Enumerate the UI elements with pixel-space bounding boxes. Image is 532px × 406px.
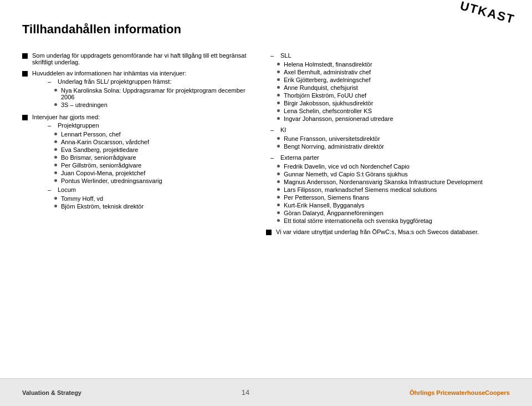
circle-icon (277, 219, 280, 222)
item-text: Gunnar Nemeth, vd Capio S:t Görans sjukh… (284, 171, 408, 177)
main-info-bullet: Huvuddelen av informationen har inhämtas… (22, 70, 255, 109)
list-item: Pontus Werlinder, utredningsansvarig (54, 177, 255, 184)
list-item: Erik Gjötterberg, avdelningschef (277, 77, 510, 83)
projektgruppen-section: – Projektgruppen Lennart Persson, chef A… (43, 122, 255, 210)
underlag-dash: – Underlag från SLL/ projektgruppen främ… (48, 78, 255, 85)
projektgruppen-label: Projektgruppen (58, 122, 99, 129)
square-bullet-icon-2 (22, 71, 28, 77)
item-text: Anne Rundquist, chefsjurist (284, 84, 358, 91)
item-text: Ett tiotal större internationella och sv… (284, 217, 432, 224)
list-item: Axel Bernhult, administrativ chef (277, 69, 510, 75)
dash-icon-3: – (48, 186, 54, 193)
item-text: Lars Filipsson, marknadschef Siemens med… (284, 186, 437, 193)
item-text: Kurt-Erik Hansell, Bygganalys (284, 202, 365, 209)
list-item: Kurt-Erik Hansell, Bygganalys (277, 202, 510, 209)
item-text: Göran Dalaryd, Ångpanneföreningen (284, 210, 383, 216)
interview-label-text: Intervjuer har gjorts med: (32, 114, 255, 120)
item-text: Nya Karolinska Solna: Uppdragsramar för … (61, 87, 255, 100)
circle-icon (277, 165, 280, 168)
footer-right: Öhrlings PricewaterhouseCoopers (410, 389, 510, 396)
list-item: Juan Copovi-Mena, projektchef (54, 170, 255, 176)
list-item: Bo Brismar, seniorrådgivare (54, 154, 255, 161)
sll-items: Helena Holmstedt, finansdirektör Axel Be… (277, 61, 510, 122)
projektgruppen-items: Lennart Persson, chef Anna-Karin Oscarss… (54, 131, 255, 184)
circle-icon (54, 171, 57, 174)
circle-icon (54, 148, 57, 151)
circle-icon (277, 204, 280, 206)
list-item: Lars Filipsson, marknadschef Siemens med… (277, 186, 510, 193)
dash-icon-1: – (48, 78, 54, 85)
list-item: Ett tiotal större internationella och sv… (277, 217, 510, 224)
page-container: UTKAST Tillhandahållen information Som u… (0, 0, 532, 406)
item-text: Bo Brismar, seniorrådgivare (61, 154, 136, 161)
circle-icon (54, 156, 57, 159)
list-item: 3S – utredningen (54, 101, 255, 108)
left-column: Som underlag för uppdragets genomförande… (22, 52, 255, 240)
item-text: Erik Gjötterberg, avdelningschef (284, 77, 371, 83)
item-text: Per Gillström, seniorrådgivare (61, 162, 142, 169)
item-text: Anna-Karin Oscarsson, vårdchef (61, 139, 149, 145)
list-item: Lena Schelin, chefscontroller KS (277, 108, 510, 114)
externa-label: Externa parter (280, 154, 319, 161)
item-text: Bengt Norrving, administrativ direktör (284, 143, 384, 150)
circle-icon (54, 197, 57, 200)
dash-icon-sll: – (270, 52, 277, 59)
underlag-items: Nya Karolinska Solna: Uppdragsramar för … (54, 87, 255, 108)
page-title: Tillhandahållen information (22, 22, 510, 37)
circle-icon (277, 78, 280, 81)
item-text: Tommy Hoff, vd (61, 195, 103, 202)
ki-items: Rune Fransson, universitetsdirektör Beng… (277, 135, 510, 150)
sll-label: SLL (280, 52, 291, 59)
square-bullet-icon-4 (266, 230, 272, 235)
circle-icon (54, 205, 57, 207)
item-text: Björn Ekström, teknisk direktör (61, 203, 144, 210)
locum-dash: – Locum (48, 186, 255, 193)
list-item: Gunnar Nemeth, vd Capio S:t Görans sjukh… (277, 171, 510, 177)
circle-icon (277, 172, 280, 175)
circle-icon (54, 164, 57, 166)
circle-icon (277, 86, 280, 89)
item-text: Lena Schelin, chefscontroller KS (284, 108, 372, 114)
item-text: Axel Bernhult, administrativ chef (284, 69, 371, 75)
list-item: Tommy Hoff, vd (54, 195, 255, 202)
underlag-label: Underlag från SLL/ projektgruppen främst… (58, 78, 171, 85)
list-item: Bengt Norrving, administrativ direktör (277, 143, 510, 150)
projektgruppen-dash: – Projektgruppen (48, 122, 255, 129)
dash-icon-2: – (48, 122, 54, 129)
locum-items: Tommy Hoff, vd Björn Ekström, teknisk di… (54, 195, 255, 210)
list-item: Thorbjörn Ekström, FoUU chef (277, 92, 510, 99)
item-text: Helena Holmstedt, finansdirektör (284, 61, 372, 68)
list-item: Lennart Persson, chef (54, 131, 255, 138)
list-item: Björn Ekström, teknisk direktör (54, 203, 255, 210)
list-item: Göran Dalaryd, Ångpanneföreningen (277, 210, 510, 216)
closing-bullet: Vi var vidare utnyttjat underlag från ÖP… (266, 229, 510, 235)
footer-left: Valuation & Strategy (22, 389, 81, 396)
circle-icon (277, 211, 280, 214)
intro-text: Som underlag för uppdragets genomförande… (32, 52, 255, 65)
sll-dash: – SLL (270, 52, 510, 59)
square-bullet-icon (22, 53, 28, 59)
item-text: Eva Sandberg, projektledare (61, 146, 138, 153)
list-item: Helena Holmstedt, finansdirektör (277, 61, 510, 68)
locum-label: Locum (58, 186, 76, 193)
circle-icon (54, 103, 57, 106)
intro-bullet: Som underlag för uppdragets genomförande… (22, 52, 255, 65)
externa-items: Fredrik Davelin, vice vd och Nordenchef … (277, 163, 510, 224)
list-item: Magnus Andersson, Nordenansvarig Skanska… (277, 179, 510, 185)
closing-text: Vi var vidare utnyttjat underlag från ÖP… (276, 229, 510, 235)
item-text: Birgir Jakobsson, sjukhusdirektör (284, 100, 373, 106)
dash-icon-externa: – (270, 154, 277, 161)
item-text: Magnus Andersson, Nordenansvarig Skanska… (284, 179, 483, 185)
list-item: Rune Fransson, universitetsdirektör (277, 135, 510, 142)
item-text: Juan Copovi-Mena, projektchef (61, 170, 145, 176)
ki-label: KI (280, 126, 286, 133)
circle-icon (54, 133, 57, 135)
list-item: Nya Karolinska Solna: Uppdragsramar för … (54, 87, 255, 100)
item-text: Thorbjörn Ekström, FoUU chef (284, 92, 366, 99)
item-text: Pontus Werlinder, utredningsansvarig (61, 177, 162, 184)
footer-page-number: 14 (242, 388, 249, 397)
ki-dash: – KI (270, 126, 510, 133)
list-item: Birgir Jakobsson, sjukhusdirektör (277, 100, 510, 106)
circle-icon (277, 94, 280, 97)
circle-icon (54, 140, 57, 143)
